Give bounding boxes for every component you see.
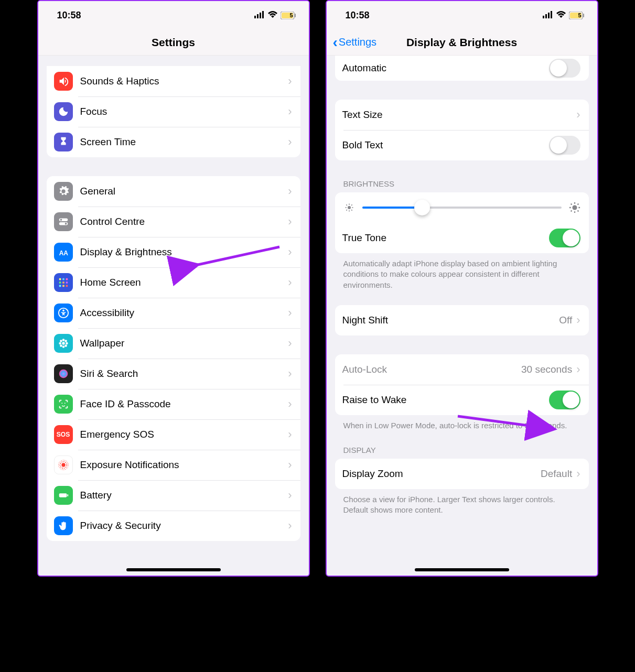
- settings-row-control-centre[interactable]: Control Centre›: [47, 207, 300, 237]
- settings-row-screen-time[interactable]: Screen Time›: [47, 127, 300, 157]
- nav-header: Settings: [38, 29, 309, 56]
- raise-to-wake-row[interactable]: Raise to Wake: [335, 385, 589, 415]
- chevron-right-icon: ›: [288, 458, 292, 472]
- settings-row-focus[interactable]: Focus›: [47, 96, 300, 127]
- svg-rect-15: [59, 281, 61, 284]
- settings-row-general[interactable]: General›: [47, 176, 300, 207]
- faceid-icon: [54, 395, 73, 414]
- settings-row-siri-search[interactable]: Siri & Search›: [47, 359, 300, 389]
- status-time: 10:58: [346, 10, 370, 21]
- svg-point-48: [348, 206, 351, 209]
- text-size-row[interactable]: Text Size ›: [335, 100, 589, 130]
- siri-icon: [54, 364, 73, 383]
- svg-rect-1: [257, 14, 259, 18]
- settings-row-face-id-passcode[interactable]: Face ID & Passcode›: [47, 389, 300, 419]
- row-label: General: [80, 186, 288, 197]
- svg-rect-38: [59, 493, 67, 497]
- back-button[interactable]: ‹ Settings: [333, 35, 377, 50]
- svg-point-10: [64, 223, 67, 225]
- battery-level: 5: [578, 12, 581, 18]
- settings-row-sounds-haptics[interactable]: Sounds & Haptics›: [47, 66, 300, 96]
- automatic-row[interactable]: Automatic: [335, 56, 589, 81]
- chevron-right-icon: ›: [288, 306, 292, 320]
- battery-icon: 5: [569, 12, 585, 19]
- display-settings-list[interactable]: Automatic Text Size › Bold Text BRIGHTNE…: [327, 56, 597, 576]
- hourglass-icon: [54, 133, 73, 151]
- bold-text-label: Bold Text: [342, 139, 549, 151]
- chevron-right-icon: ›: [576, 108, 580, 122]
- svg-rect-17: [66, 281, 68, 284]
- row-label: Control Centre: [80, 216, 288, 227]
- display-zoom-row[interactable]: Display Zoom Default ›: [335, 459, 589, 489]
- display-zoom-footer: Choose a view for iPhone. Larger Text sh…: [343, 494, 580, 516]
- settings-row-wallpaper[interactable]: Wallpaper›: [47, 328, 300, 359]
- svg-rect-20: [66, 285, 68, 287]
- sun-small-icon: [343, 202, 355, 213]
- bold-text-toggle[interactable]: [549, 136, 580, 155]
- chevron-right-icon: ›: [576, 363, 580, 376]
- display-brightness-screen: 10:58 5 ‹ Settings Display & Brightness …: [326, 0, 598, 577]
- true-tone-toggle[interactable]: [549, 229, 580, 247]
- page-title: Display & Brightness: [406, 36, 517, 49]
- status-icons: 5: [254, 10, 296, 21]
- chevron-right-icon: ›: [288, 276, 292, 289]
- chevron-right-icon: ›: [288, 74, 292, 88]
- svg-line-64: [571, 211, 572, 212]
- svg-rect-13: [62, 278, 64, 280]
- svg-point-8: [60, 219, 62, 221]
- chevron-right-icon: ›: [288, 245, 292, 259]
- svg-line-54: [351, 210, 352, 211]
- svg-rect-19: [62, 285, 64, 287]
- chevron-right-icon: ›: [288, 135, 292, 149]
- svg-point-32: [59, 370, 68, 378]
- settings-row-privacy-security[interactable]: Privacy & Security›: [47, 511, 300, 541]
- settings-list[interactable]: Sounds & Haptics›Focus›Screen Time› Gene…: [38, 56, 309, 576]
- true-tone-row[interactable]: True Tone: [335, 223, 589, 253]
- hand-icon: [54, 516, 73, 535]
- settings-row-battery[interactable]: Battery›: [47, 480, 300, 511]
- home-indicator[interactable]: [415, 568, 509, 571]
- settings-row-accessibility[interactable]: Accessibility›: [47, 298, 300, 328]
- speaker-icon: [54, 72, 73, 91]
- row-label: Battery: [80, 490, 288, 501]
- svg-point-22: [62, 310, 64, 312]
- svg-rect-46: [583, 14, 584, 17]
- settings-row-exposure-notifications[interactable]: Exposure Notifications›: [47, 450, 300, 480]
- home-indicator[interactable]: [126, 568, 221, 571]
- settings-row-home-screen[interactable]: Home Screen›: [47, 267, 300, 298]
- automatic-label: Automatic: [342, 62, 549, 74]
- moon-icon: [54, 102, 73, 121]
- bold-text-row[interactable]: Bold Text: [335, 130, 589, 160]
- svg-point-29: [64, 340, 67, 342]
- accessibility-icon: [54, 304, 73, 322]
- switches-icon: [54, 212, 73, 231]
- auto-lock-row[interactable]: Auto-Lock 30 seconds ›: [335, 354, 589, 385]
- settings-row-emergency-sos[interactable]: SOSEmergency SOS›: [47, 419, 300, 450]
- automatic-toggle[interactable]: [549, 59, 580, 78]
- night-shift-row[interactable]: Night Shift Off ›: [335, 305, 589, 335]
- sos-icon: SOS: [54, 425, 73, 444]
- chevron-left-icon: ‹: [333, 35, 338, 50]
- wifi-icon: [267, 10, 278, 21]
- text-size-label: Text Size: [342, 109, 577, 121]
- chevron-right-icon: ›: [288, 428, 292, 441]
- row-label: Siri & Search: [80, 368, 288, 380]
- settings-screen: 10:58 5 Settings Sounds & Haptics›Focus›…: [37, 0, 310, 577]
- brightness-slider-row[interactable]: [335, 192, 589, 223]
- brightness-header: BRIGHTNESS: [343, 179, 580, 188]
- raise-to-wake-toggle[interactable]: [549, 391, 580, 409]
- row-label: Focus: [80, 106, 288, 117]
- settings-row-display-brightness[interactable]: AADisplay & Brightness›: [47, 237, 300, 267]
- brightness-slider[interactable]: [362, 207, 562, 209]
- status-icons: 5: [543, 10, 585, 21]
- chevron-right-icon: ›: [576, 313, 580, 327]
- svg-point-34: [64, 403, 65, 404]
- svg-rect-42: [545, 14, 547, 18]
- row-label: Wallpaper: [80, 338, 288, 349]
- svg-point-57: [572, 205, 577, 210]
- svg-line-55: [346, 210, 347, 211]
- display-zoom-label: Display Zoom: [342, 468, 541, 480]
- gear-icon: [54, 182, 73, 201]
- exposure-icon: [54, 456, 73, 474]
- chevron-right-icon: ›: [288, 397, 292, 411]
